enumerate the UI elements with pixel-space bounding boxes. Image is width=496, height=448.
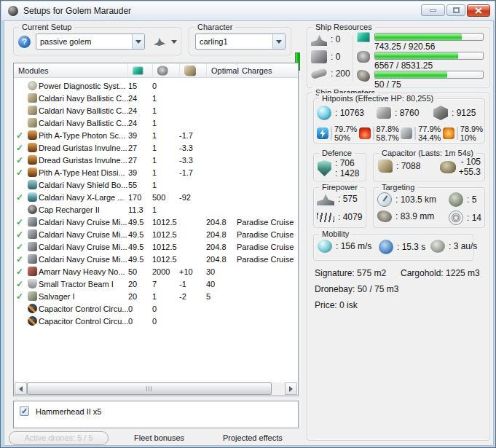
module-cpu: 20 bbox=[128, 292, 152, 301]
capacitor-amount: : 7088 bbox=[396, 161, 420, 171]
module-icon-cell bbox=[25, 217, 39, 227]
character-select-value: carling1 bbox=[196, 37, 272, 46]
max-targets-icon bbox=[449, 192, 463, 207]
drone-row[interactable]: ✓Hammerhead II x5 bbox=[14, 401, 298, 421]
module-capacitor: -3.3 bbox=[179, 156, 206, 165]
capacitor-group: Capacitor (Lasts: 1m 54s) : 7088 - 105 +… bbox=[373, 153, 485, 181]
module-name: Salvager I bbox=[39, 292, 128, 301]
module-row[interactable]: ✓Dread Guristas Invulne...271-3.3 bbox=[14, 154, 298, 166]
module-row[interactable]: Caldari Navy Ballistic C...241 bbox=[14, 92, 298, 104]
module-row[interactable]: Capacitor Control Circu...00 bbox=[14, 302, 298, 315]
module-active-check: ✓ bbox=[14, 229, 25, 240]
module-name: Caldari Navy Cruise Mi... bbox=[39, 230, 128, 239]
module-row[interactable]: Power Diagnostic Syst...150 bbox=[14, 79, 298, 92]
cargohold-value: Cargohold: 1225 m3 bbox=[401, 268, 480, 278]
module-row[interactable]: Capacitor Control Circu...00 bbox=[14, 315, 298, 327]
scroll-left-button[interactable] bbox=[15, 382, 27, 395]
ship-menu-button[interactable] bbox=[152, 36, 177, 47]
module-name: Amarr Navy Heavy No... bbox=[39, 267, 128, 276]
module-name: Power Diagnostic Syst... bbox=[39, 82, 128, 90]
horizontal-scrollbar[interactable] bbox=[15, 382, 297, 395]
module-icon-cell bbox=[25, 143, 39, 152]
module-row[interactable]: ✓Small Tractor Beam I207-140 bbox=[14, 278, 298, 290]
module-optimal: 30 bbox=[206, 267, 237, 276]
cruise-launcher-icon bbox=[28, 242, 37, 251]
module-cpu: 15 bbox=[128, 82, 152, 90]
module-powergrid: 1 bbox=[152, 205, 179, 214]
module-row[interactable]: ✓Caldari Navy Cruise Mi...49.51012.5204.… bbox=[14, 216, 298, 228]
module-name: Capacitor Control Circu... bbox=[39, 317, 128, 326]
modules-header-capacitor[interactable] bbox=[180, 63, 207, 77]
explosive-resist-top: 78.9% bbox=[460, 125, 483, 133]
modules-header-charges[interactable]: Charges bbox=[237, 63, 298, 77]
chevron-down-icon bbox=[132, 34, 144, 49]
module-cpu: 24 bbox=[128, 106, 152, 115]
modules-header-optimal[interactable]: Optimal bbox=[207, 63, 237, 77]
module-row[interactable]: ✓Salvager I201-25 bbox=[14, 290, 298, 302]
module-icon-cell bbox=[25, 106, 39, 115]
scrollbar-track[interactable] bbox=[27, 382, 285, 395]
module-row[interactable]: Caldari Navy Ballistic C...241 bbox=[14, 104, 298, 117]
help-icon[interactable]: ? bbox=[18, 36, 31, 48]
module-capacitor: -92 bbox=[179, 193, 206, 202]
launcher-hardpoints-icon bbox=[311, 50, 327, 63]
module-powergrid: 1012.5 bbox=[152, 218, 179, 227]
app-icon bbox=[8, 6, 18, 16]
setup-select-value: passive golem bbox=[36, 37, 132, 46]
close-button[interactable] bbox=[467, 4, 490, 17]
module-cpu: 0 bbox=[128, 317, 152, 326]
modules-header-cpu[interactable] bbox=[128, 63, 153, 77]
module-row[interactable]: ✓Pith A-Type Photon Sc...391-1.7 bbox=[14, 129, 298, 141]
module-row[interactable]: ✓Caldari Navy Cruise Mi...49.51012.5204.… bbox=[14, 253, 298, 265]
capacitor-peak-recharge: +55.3 bbox=[459, 167, 481, 177]
module-row[interactable]: ✓Dread Guristas Invulne...271-3.3 bbox=[14, 141, 298, 154]
divider bbox=[331, 127, 332, 140]
firepower-dps-value: : 4079 bbox=[338, 212, 362, 222]
modules-header-powergrid[interactable] bbox=[153, 63, 180, 77]
hitpoints-label: Hitpoints (Effective HP: 80,255) bbox=[319, 93, 436, 103]
module-icon-cell bbox=[25, 192, 39, 202]
maximize-button[interactable] bbox=[446, 4, 465, 16]
module-row[interactable]: Caldari Navy Ballistic C...241 bbox=[14, 117, 298, 129]
module-row[interactable]: ✓Caldari Navy Cruise Mi...49.51012.5204.… bbox=[14, 228, 298, 240]
module-powergrid: 500 bbox=[152, 193, 179, 202]
turret-hardpoints-value: : 0 bbox=[331, 34, 340, 44]
module-row[interactable]: Cap Recharger II11.31 bbox=[14, 203, 298, 216]
module-charges: Paradise Cruise bbox=[237, 243, 298, 251]
module-name: Caldari Navy Cruise Mi... bbox=[39, 243, 128, 251]
module-row[interactable]: ✓Caldari Navy Cruise Mi...49.51012.5204.… bbox=[14, 240, 298, 253]
drone-checkbox[interactable]: ✓ bbox=[20, 406, 29, 416]
divider bbox=[457, 127, 458, 140]
modules-header-name[interactable]: Modules bbox=[14, 63, 128, 77]
module-powergrid: 1 bbox=[152, 156, 179, 165]
module-name: Cap Recharger II bbox=[39, 205, 128, 214]
thermal-resist-top: 87.8% bbox=[377, 125, 399, 133]
tab-fleet-bonuses[interactable]: Fleet bonuses bbox=[134, 433, 184, 442]
character-select[interactable]: carling1 bbox=[195, 34, 286, 50]
module-icon-cell bbox=[25, 279, 39, 288]
shield-boost-amplifier-icon bbox=[28, 180, 37, 189]
module-active-check: ✓ bbox=[14, 168, 25, 178]
minimize-button[interactable] bbox=[421, 4, 445, 16]
scroll-right-button[interactable] bbox=[285, 382, 297, 395]
cpu-bar bbox=[374, 33, 484, 41]
defence-label: Defence bbox=[319, 148, 355, 158]
divider bbox=[353, 35, 353, 82]
setup-select[interactable]: passive golem bbox=[36, 34, 145, 50]
module-row[interactable]: Caldari Navy Shield Bo...551 bbox=[14, 178, 298, 191]
arrow-right-icon bbox=[289, 386, 293, 392]
defence-icon bbox=[318, 160, 331, 176]
tab-projected-effects[interactable]: Projected effects bbox=[223, 433, 283, 442]
price-value: Price: 0 isk bbox=[315, 300, 358, 310]
module-icon-cell bbox=[25, 267, 39, 276]
module-row[interactable]: ✓Pith A-Type Heat Dissi...391-1.7 bbox=[14, 166, 298, 178]
module-icon-cell bbox=[25, 81, 39, 90]
module-cpu: 0 bbox=[128, 304, 152, 313]
cpu-icon bbox=[357, 32, 370, 42]
module-row[interactable]: ✓Caldari Navy X-Large ...170500-92 bbox=[14, 191, 298, 203]
active-drones-button[interactable]: Active drones: 5 / 5 bbox=[9, 431, 109, 445]
module-name: Capacitor Control Circu... bbox=[39, 304, 128, 313]
module-powergrid: 1012.5 bbox=[152, 255, 179, 264]
module-row[interactable]: ✓Amarr Navy Heavy No...502000+1030 bbox=[14, 265, 298, 278]
scrollbar-thumb[interactable] bbox=[27, 382, 272, 395]
